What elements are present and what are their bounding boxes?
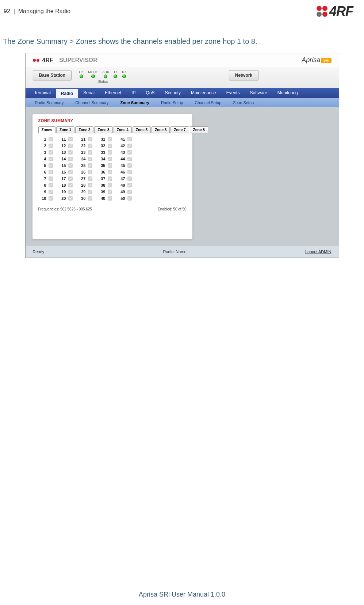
channel-32-checkbox[interactable] [108,144,112,148]
zone-tab-zone-2[interactable]: Zone 2 [75,126,93,133]
channel-18-checkbox[interactable] [68,183,73,187]
channel-28-checkbox[interactable] [88,183,92,187]
sub-tab-radio-setup[interactable]: Radio Setup [155,98,189,107]
main-tab-serial[interactable]: Serial [78,88,100,98]
zone-tab-zone-6[interactable]: Zone 6 [152,126,170,133]
channel-15: 15 [60,163,73,168]
channel-23: 23 [80,150,92,155]
channel-13-checkbox[interactable] [68,150,73,155]
channel-2: 2 [41,144,53,148]
channel-22-checkbox[interactable] [88,144,92,148]
channel-36: 36 [100,170,112,174]
channel-45-checkbox[interactable] [127,163,132,168]
zone-tab-zones[interactable]: Zones [38,126,55,133]
channel-21-checkbox[interactable] [88,137,92,141]
brand-dots-icon [316,5,328,17]
channel-17-checkbox[interactable] [68,176,73,181]
channel-30: 30 [80,196,92,201]
channel-9-checkbox[interactable] [49,190,53,194]
channel-8-checkbox[interactable] [49,183,53,187]
channel-25-checkbox[interactable] [88,163,92,168]
main-tab-radio[interactable]: Radio [56,89,78,98]
main-tab-maintenance[interactable]: Maintenance [186,88,221,98]
channel-46-checkbox[interactable] [127,170,132,174]
channel-36-checkbox[interactable] [108,170,112,174]
channel-44-checkbox[interactable] [127,157,132,161]
channel-35-checkbox[interactable] [108,163,112,168]
channel-24-checkbox[interactable] [88,157,92,161]
channel-4: 4 [41,157,53,161]
channel-47-checkbox[interactable] [127,176,132,181]
channel-4-checkbox[interactable] [49,157,53,161]
channel-35: 35 [100,163,112,168]
channel-26: 26 [80,170,92,174]
zone-tab-zone-4[interactable]: Zone 4 [114,126,132,133]
channel-34-checkbox[interactable] [108,157,112,161]
channel-50-checkbox[interactable] [127,196,132,201]
zone-tab-zone-3[interactable]: Zone 3 [94,126,112,133]
sub-tab-zone-setup[interactable]: Zone Setup [227,98,260,107]
channel-33-checkbox[interactable] [108,150,112,155]
channel-19-checkbox[interactable] [68,190,73,194]
channel-40: 40 [100,196,112,201]
channel-6-checkbox[interactable] [49,170,53,174]
main-tab-qos[interactable]: QoS [141,88,160,98]
zone-tab-zone-8[interactable]: Zone 8 [190,126,208,133]
channel-39-checkbox[interactable] [108,190,112,194]
main-tab-ethernet[interactable]: Ethernet [100,88,126,98]
channel-32: 32 [100,144,112,148]
main-tab-security[interactable]: Security [160,88,186,98]
channel-14-checkbox[interactable] [68,157,73,161]
zone-summary-panel: ZONE SUMMARY ZonesZone 1Zone 2Zone 3Zone… [32,114,193,239]
channel-12-checkbox[interactable] [68,144,73,148]
channel-28: 28 [80,183,92,187]
main-tab-terminal[interactable]: Terminal [29,88,56,98]
sub-tab-channel-summary[interactable]: Channel Summary [69,98,114,107]
network-button[interactable]: Network [229,70,258,80]
channel-43-checkbox[interactable] [127,150,132,155]
channel-2-checkbox[interactable] [49,144,53,148]
channel-1-checkbox[interactable] [49,137,53,141]
channel-10-checkbox[interactable] [49,196,53,201]
channel-49-checkbox[interactable] [127,190,132,194]
channel-37-checkbox[interactable] [108,176,112,181]
channel-3-checkbox[interactable] [49,150,53,155]
channel-7-checkbox[interactable] [49,176,53,181]
main-tab-ip[interactable]: IP [126,88,141,98]
channel-23-checkbox[interactable] [88,150,92,155]
channel-grid: 1234567891011121314151617181920212223242… [41,137,187,201]
channel-15-checkbox[interactable] [68,163,73,168]
zone-tab-zone-7[interactable]: Zone 7 [170,126,189,133]
channel-41-checkbox[interactable] [127,137,132,141]
supervisor-screenshot: 4RF SUPERVISOR AprisaSRi Base Station OK… [25,53,339,258]
channel-16-checkbox[interactable] [68,170,73,174]
logout-link[interactable]: Logout ADMIN [305,250,332,254]
main-tab-events[interactable]: Events [221,88,245,98]
channel-27-checkbox[interactable] [88,176,92,181]
channel-31: 31 [100,137,112,141]
channel-47: 47 [119,176,132,181]
sub-tab-radio-summary[interactable]: Radio Summary [29,98,70,107]
channel-25: 25 [80,163,92,168]
channel-10: 10 [41,196,53,201]
channel-44: 44 [119,157,132,161]
channel-26-checkbox[interactable] [88,170,92,174]
zone-tab-zone-1[interactable]: Zone 1 [56,126,74,133]
main-tab-monitoring[interactable]: Monitoring [272,88,303,98]
channel-30-checkbox[interactable] [88,196,92,201]
base-station-button[interactable]: Base Station [33,70,72,80]
channel-20-checkbox[interactable] [68,196,73,201]
channel-42-checkbox[interactable] [127,144,132,148]
channel-31-checkbox[interactable] [108,137,112,141]
channel-48-checkbox[interactable] [127,183,132,187]
channel-40-checkbox[interactable] [108,196,112,201]
channel-38-checkbox[interactable] [108,183,112,187]
sub-tab-channel-setup[interactable]: Channel Setup [189,98,227,107]
channel-29-checkbox[interactable] [88,190,92,194]
led-aux: AUX [102,70,109,78]
main-tab-software[interactable]: Software [245,88,272,98]
sub-tab-zone-summary[interactable]: Zone Summary [114,98,155,107]
channel-5-checkbox[interactable] [49,163,53,168]
zone-tab-zone-5[interactable]: Zone 5 [133,126,151,133]
channel-11-checkbox[interactable] [68,137,73,141]
